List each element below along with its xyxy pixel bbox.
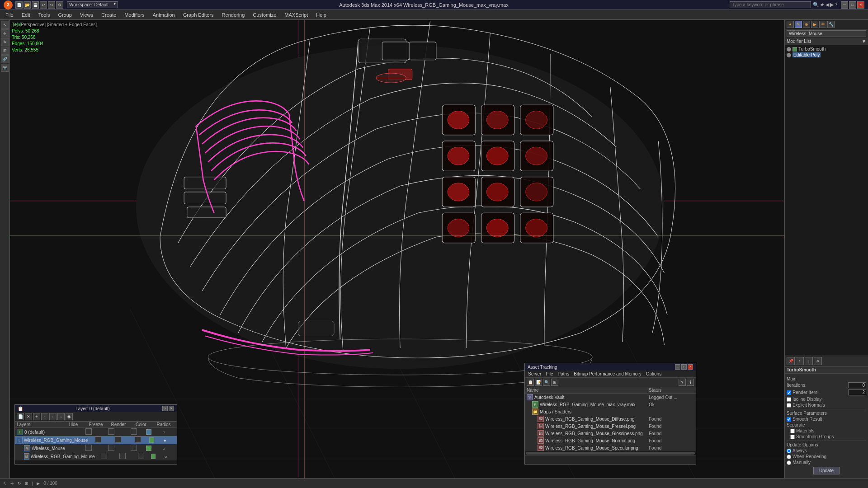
render-iters-input[interactable] xyxy=(848,389,866,395)
bottom-scale-icon[interactable]: ⊞ xyxy=(24,481,30,486)
asset-row-diffuse[interactable]: 🖼 Wireless_RGB_Gaming_Mouse_Diffuse.png … xyxy=(525,415,696,422)
move-down-icon[interactable]: ↓ xyxy=(805,357,813,365)
menu-maxscript[interactable]: MAXScript xyxy=(281,11,311,19)
layer-row-1[interactable]: L Wireless_RGB_Gaming_Mouse ● xyxy=(15,436,177,444)
layer-row-2[interactable]: M Wireless_Mouse ○ xyxy=(15,444,177,452)
layers-help-button[interactable]: ? xyxy=(162,406,168,411)
modifier-editablepoly[interactable]: Editable Poly xyxy=(786,52,867,58)
iterations-input[interactable] xyxy=(848,382,866,388)
workspace-selector[interactable]: Workspace: Default xyxy=(67,1,118,8)
asset-menu-options[interactable]: Options xyxy=(645,371,663,377)
move-icon[interactable]: ✛ xyxy=(1,29,9,38)
layers-close-button[interactable]: ✕ xyxy=(169,406,174,411)
layer-freeze-2[interactable] xyxy=(100,445,123,452)
maximize-button[interactable]: □ xyxy=(849,1,856,9)
move-up-icon[interactable]: ↑ xyxy=(796,357,804,365)
create-tab-icon[interactable]: ✦ xyxy=(787,21,794,28)
settings-icon[interactable]: ⚙ xyxy=(56,1,63,9)
layer-render-3[interactable] xyxy=(132,453,150,460)
arrow-icon[interactable]: ◀ xyxy=(826,2,829,8)
layers-scrollbar[interactable] xyxy=(15,460,177,464)
asset-scrollbar[interactable] xyxy=(525,451,696,455)
modify-tab-icon[interactable]: ✎ xyxy=(795,21,802,28)
menu-create[interactable]: Create xyxy=(98,11,120,19)
asset-tool-4[interactable]: ⊞ xyxy=(551,379,558,386)
render-iters-checkbox[interactable] xyxy=(787,390,791,395)
layers-remove-icon[interactable]: - xyxy=(41,413,48,420)
layer-color-3[interactable] xyxy=(151,454,156,459)
asset-minimize-button[interactable]: ─ xyxy=(675,364,680,370)
scroll-track[interactable] xyxy=(526,452,695,455)
viewport[interactable]: Total Polys: 50,268 Tris: 50,268 Edges: … xyxy=(10,20,784,478)
arrow-right-icon[interactable]: ▶ xyxy=(830,2,834,8)
undo-icon[interactable]: ↩ xyxy=(40,1,47,9)
scale-icon[interactable]: ⊞ xyxy=(1,47,9,55)
asset-tool-3[interactable]: 🔍 xyxy=(543,379,550,386)
asset-row-specular[interactable]: 🖼 Wireless_RGB_Gaming_Mouse_Specular.png… xyxy=(525,444,696,451)
close-button[interactable]: ✕ xyxy=(857,1,864,9)
minimize-button[interactable]: ─ xyxy=(841,1,848,9)
layers-delete-icon[interactable]: ✕ xyxy=(25,413,32,420)
layer-render-2[interactable] xyxy=(123,445,145,452)
layers-down-icon[interactable]: ↓ xyxy=(57,413,65,420)
when-rendering-radio[interactable] xyxy=(787,455,791,459)
asset-info-icon[interactable]: ℹ xyxy=(687,379,694,386)
search-input[interactable] xyxy=(730,1,811,8)
select-icon[interactable]: ↖ xyxy=(1,21,9,29)
layer-hide-2[interactable] xyxy=(77,445,100,452)
delete-mod-icon[interactable]: ✕ xyxy=(814,357,822,365)
menu-views[interactable]: Views xyxy=(76,11,97,19)
layer-radio-1[interactable]: ● xyxy=(155,438,175,443)
menu-file[interactable]: File xyxy=(2,11,17,19)
layer-radio-2[interactable]: ○ xyxy=(152,446,175,451)
new-icon[interactable]: 📄 xyxy=(15,1,23,9)
pin-icon[interactable]: 📌 xyxy=(787,357,795,365)
asset-help-icon[interactable]: ? xyxy=(679,379,686,386)
layer-freeze-3[interactable] xyxy=(113,453,132,460)
asset-maximize-button[interactable]: □ xyxy=(681,364,687,370)
link-icon[interactable]: 🔗 xyxy=(1,55,9,63)
modifier-checkbox-turbosmooth[interactable] xyxy=(793,47,797,52)
utility-tab-icon[interactable]: 🔧 xyxy=(827,21,835,28)
always-radio[interactable] xyxy=(787,449,791,453)
smoothing-groups-checkbox[interactable] xyxy=(790,435,795,439)
open-icon[interactable]: 📂 xyxy=(24,1,31,9)
asset-row-normal[interactable]: 🖼 Wireless_RGB_Gaming_Mouse_Normal.png F… xyxy=(525,437,696,444)
menu-rendering[interactable]: Rendering xyxy=(218,11,249,19)
layer-radio-0[interactable]: ○ xyxy=(152,430,175,435)
layer-render-1[interactable] xyxy=(128,436,148,444)
explicit-normals-checkbox[interactable] xyxy=(787,403,791,408)
layer-color-0[interactable] xyxy=(146,429,151,435)
menu-customize[interactable]: Customize xyxy=(249,11,280,19)
asset-menu-server[interactable]: Server xyxy=(527,371,542,377)
layer-hide-3[interactable] xyxy=(95,453,113,460)
layers-add-icon[interactable]: + xyxy=(33,413,40,420)
layer-hide-0[interactable] xyxy=(77,428,100,436)
layer-freeze-1[interactable] xyxy=(108,436,128,444)
asset-row-fresnel[interactable]: 🖼 Wireless_RGB_Gaming_Mouse_Fresnel.png … xyxy=(525,422,696,430)
bottom-play-icon[interactable]: ▶ xyxy=(35,481,41,486)
layer-hide-1[interactable] xyxy=(88,436,108,444)
asset-tool-2[interactable]: 📝 xyxy=(535,379,542,386)
rotate-icon[interactable]: ↻ xyxy=(1,38,9,46)
menu-group[interactable]: Group xyxy=(54,11,75,19)
layers-new-icon[interactable]: 📄 xyxy=(17,413,24,420)
layer-color-1[interactable] xyxy=(149,437,154,443)
camera-icon[interactable]: 📷 xyxy=(1,64,9,72)
modifier-light-turbosmooth[interactable] xyxy=(787,47,791,52)
smooth-result-checkbox[interactable] xyxy=(787,417,791,422)
isoline-checkbox[interactable] xyxy=(787,397,791,402)
asset-row-file[interactable]: F Wireless_RGB_Gaming_Mouse_max_vray.max… xyxy=(525,401,696,408)
materials-checkbox[interactable] xyxy=(790,429,795,433)
help-icon[interactable]: ? xyxy=(835,2,837,8)
bottom-rotate-icon[interactable]: ↻ xyxy=(16,481,23,486)
bookmark-icon[interactable]: ★ xyxy=(820,2,825,8)
bottom-select-icon[interactable]: ↖ xyxy=(2,481,8,486)
asset-row-vault[interactable]: V Autodesk Vault Logged Out ... xyxy=(525,394,696,401)
asset-close-button[interactable]: ✕ xyxy=(688,364,693,370)
save-icon[interactable]: 💾 xyxy=(32,1,39,9)
modifier-light-editablepoly[interactable] xyxy=(787,53,791,57)
menu-animation[interactable]: Animation xyxy=(149,11,179,19)
menu-graph-editors[interactable]: Graph Editors xyxy=(179,11,217,19)
bottom-move-icon[interactable]: ✛ xyxy=(9,481,15,486)
